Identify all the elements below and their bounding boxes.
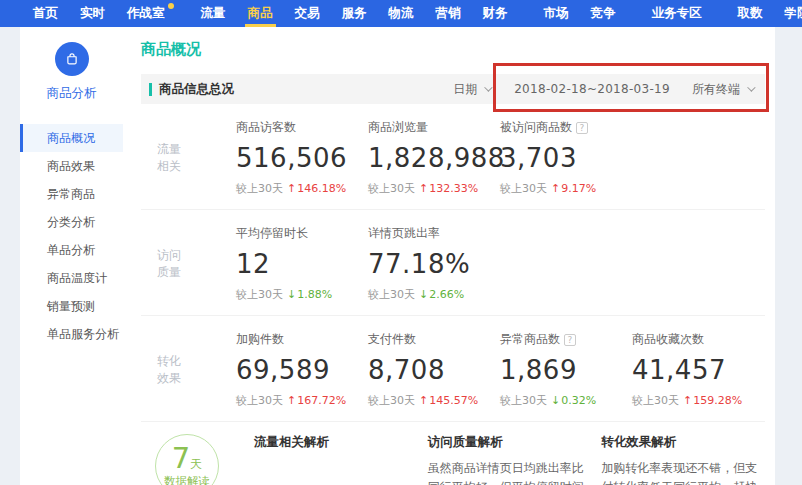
date-type-dropdown[interactable]: 日期 (453, 81, 490, 98)
nav-item-competition[interactable]: 竞争 (580, 0, 627, 27)
sidebar-menu: 商品概况 商品效果 异常商品 分类分析 单品分析 商品温度计 销量预测 单品服务… (20, 124, 123, 348)
up-arrow-icon: ↑ (419, 182, 428, 195)
group-label: 流量相关 (157, 141, 187, 175)
chevron-down-icon (484, 83, 492, 91)
metric-value: 3,703 (500, 143, 632, 173)
metric-card-avg-stay: 平均停留时长 12 较上30天↓1.88% (236, 225, 368, 302)
metric-value: 1,828,988 (368, 143, 500, 173)
insights-section: 7天 数据解读 流量相关解析 访问质量解析 虽然商品详情页日均跳出率比同行平均好… (141, 422, 775, 485)
group-label: 访问质量 (157, 247, 187, 281)
up-arrow-icon: ↑ (287, 182, 296, 195)
down-arrow-icon: ↓ (287, 288, 296, 301)
sidebar-item-single-product-service[interactable]: 单品服务分析 (20, 320, 123, 348)
up-arrow-icon: ↑ (287, 394, 296, 407)
nav-item-business-zone[interactable]: 业务专区 (641, 0, 713, 27)
sidebar-item-category-analysis[interactable]: 分类分析 (20, 208, 123, 236)
nav-item-logistics[interactable]: 物流 (378, 0, 425, 27)
notification-dot-icon (168, 3, 174, 9)
metric-row-visit-quality: 访问质量 平均停留时长 12 较上30天↓1.88% 详情页跳出率 77.18%… (141, 210, 765, 316)
metric-card-visitors: 商品访客数 516,506 较上30天↑146.18% (236, 119, 368, 196)
help-icon[interactable]: ? (564, 334, 576, 346)
up-arrow-icon: ↑ (419, 394, 428, 407)
group-label: 转化效果 (157, 353, 187, 387)
metric-value: 516,506 (236, 143, 368, 173)
sidebar-item-product-overview[interactable]: 商品概况 (20, 124, 123, 152)
nav-item-home[interactable]: 首页 (22, 0, 69, 27)
insight-conversion: 转化效果解析 加购转化率表现还不错，但支付转化率低于同行平均，赶快到异常商品并结… (601, 434, 760, 485)
section-accent (149, 83, 152, 96)
metric-card-abnormal-count: 异常商品数? 1,869 较上30天↓0.32% (500, 331, 632, 408)
nav-item-marketing[interactable]: 营销 (425, 0, 472, 27)
metric-value: 12 (236, 249, 368, 279)
down-arrow-icon: ↓ (551, 394, 560, 407)
nav-item-market[interactable]: 市场 (533, 0, 580, 27)
insight-visit-quality: 访问质量解析 虽然商品详情页日均跳出率比同行平均好，但平均停留时间低于同行平均，… (428, 434, 587, 485)
metric-value: 41,457 (632, 355, 764, 385)
sidebar-section-title: 商品分析 (20, 85, 123, 102)
terminal-dropdown[interactable]: 所有终端 (692, 81, 753, 98)
help-icon[interactable]: ? (576, 122, 588, 134)
metric-card-visited-products: 被访问商品数? 3,703 较上30天↑9.17% (500, 119, 632, 196)
metric-value: 69,589 (236, 355, 368, 385)
shopping-bag-icon (55, 42, 89, 76)
up-arrow-icon: ↑ (551, 182, 560, 195)
date-range-picker[interactable]: 2018-02-18~2018-03-19 (514, 82, 670, 96)
nav-item-war-room[interactable]: 作战室 (116, 0, 176, 27)
seven-day-badge: 7天 数据解读 (155, 434, 219, 485)
nav-item-traffic[interactable]: 流量 (190, 0, 237, 27)
chevron-down-icon (747, 83, 755, 91)
metric-value: 8,708 (368, 355, 500, 385)
page-title: 商品概况 (141, 27, 775, 59)
metric-card-add-cart: 加购件数 69,589 较上30天↑167.72% (236, 331, 368, 408)
metric-row-conversion: 转化效果 加购件数 69,589 较上30天↑167.72% 支付件数 8,70… (141, 316, 765, 422)
section-title: 商品信息总况 (159, 81, 234, 98)
nav-item-data-extract[interactable]: 取数 (727, 0, 774, 27)
sidebar-header: 商品分析 (20, 27, 123, 102)
sidebar-item-sales-forecast[interactable]: 销量预测 (20, 292, 123, 320)
nav-item-product[interactable]: 商品 (237, 0, 284, 27)
up-arrow-icon: ↑ (683, 394, 692, 407)
sidebar: 商品分析 商品概况 商品效果 异常商品 分类分析 单品分析 商品温度计 销量预测… (20, 27, 123, 485)
metric-row-traffic: 流量相关 商品访客数 516,506 较上30天↑146.18% 商品浏览量 1… (141, 104, 765, 210)
main-content: 商品概况 商品信息总况 日期 2018-02-18~2018-03-19 所有终… (123, 27, 775, 485)
metric-card-paid-items: 支付件数 8,708 较上30天↑145.57% (368, 331, 500, 408)
sidebar-item-abnormal-products[interactable]: 异常商品 (20, 180, 123, 208)
sidebar-item-single-product-analysis[interactable]: 单品分析 (20, 236, 123, 264)
nav-item-finance[interactable]: 财务 (472, 0, 519, 27)
nav-item-service[interactable]: 服务 (331, 0, 378, 27)
metric-value: 1,869 (500, 355, 632, 385)
nav-item-trade[interactable]: 交易 (284, 0, 331, 27)
sidebar-item-product-effect[interactable]: 商品效果 (20, 152, 123, 180)
metric-card-bounce-rate: 详情页跳出率 77.18% 较上30天↓2.66% (368, 225, 500, 302)
nav-item-academy[interactable]: 学院 (774, 0, 802, 27)
sidebar-item-product-thermometer[interactable]: 商品温度计 (20, 264, 123, 292)
top-navigation: 首页 实时 作战室 流量 商品 交易 服务 物流 营销 财务 市场 竞争 业务专… (0, 0, 802, 27)
metric-card-favorites: 商品收藏次数 41,457 较上30天↑159.28% (632, 331, 764, 408)
metric-value: 77.18% (368, 249, 500, 279)
nav-item-realtime[interactable]: 实时 (69, 0, 116, 27)
metric-card-pageviews: 商品浏览量 1,828,988 较上30天↑132.33% (368, 119, 500, 196)
insight-traffic: 流量相关解析 (254, 434, 413, 485)
down-arrow-icon: ↓ (419, 288, 428, 301)
section-header-bar: 商品信息总况 日期 2018-02-18~2018-03-19 所有终端 (141, 74, 765, 104)
